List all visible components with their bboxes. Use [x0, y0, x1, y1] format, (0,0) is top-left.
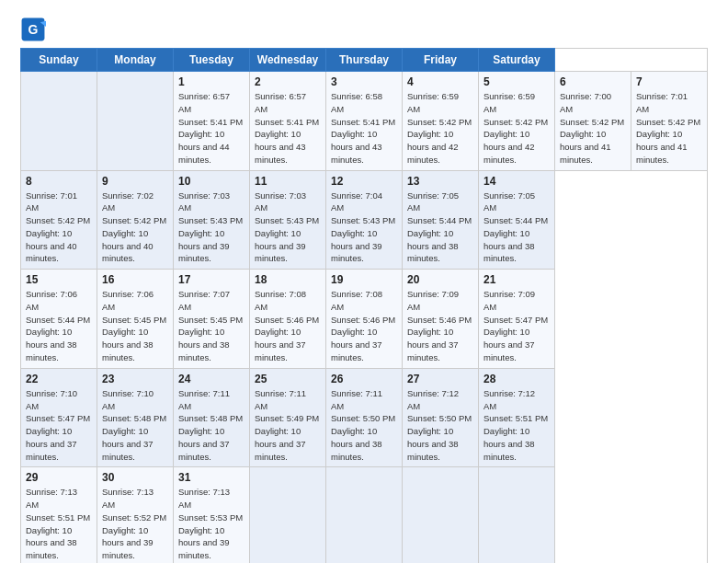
calendar-cell: 29 Sunrise: 7:13 AMSunset: 5:51 PMDaylig…: [21, 467, 97, 563]
day-number: 7: [636, 75, 702, 88]
day-number: 11: [255, 175, 321, 188]
day-number: 3: [331, 75, 397, 88]
calendar-header-thursday: Thursday: [326, 49, 403, 72]
day-number: 1: [178, 75, 245, 88]
day-info: Sunrise: 7:11 AMSunset: 5:48 PMDaylight:…: [178, 388, 243, 462]
calendar-cell: 8 Sunrise: 7:01 AMSunset: 5:42 PMDayligh…: [21, 170, 97, 270]
calendar-cell: 2 Sunrise: 6:57 AMSunset: 5:41 PMDayligh…: [250, 72, 326, 171]
day-number: 4: [407, 75, 473, 88]
calendar-cell: 25 Sunrise: 7:11 AMSunset: 5:49 PMDaylig…: [250, 368, 326, 467]
calendar-cell: 22 Sunrise: 7:10 AMSunset: 5:47 PMDaylig…: [21, 368, 97, 467]
calendar-week-3: 15 Sunrise: 7:06 AMSunset: 5:44 PMDaylig…: [21, 270, 708, 369]
day-number: 21: [483, 273, 550, 286]
logo-icon: G: [20, 17, 46, 42]
calendar-cell: [97, 72, 174, 171]
day-info: Sunrise: 7:03 AMSunset: 5:43 PMDaylight:…: [178, 190, 243, 264]
day-number: 9: [102, 175, 168, 188]
day-info: Sunrise: 7:00 AMSunset: 5:42 PMDaylight:…: [560, 91, 624, 165]
day-info: Sunrise: 7:08 AMSunset: 5:46 PMDaylight:…: [255, 289, 319, 362]
day-info: Sunrise: 6:57 AMSunset: 5:41 PMDaylight:…: [178, 91, 243, 165]
day-number: 26: [331, 373, 397, 385]
calendar-cell: 7 Sunrise: 7:01 AMSunset: 5:42 PMDayligh…: [631, 72, 708, 171]
day-info: Sunrise: 7:04 AMSunset: 5:43 PMDaylight:…: [331, 190, 395, 264]
day-number: 6: [560, 75, 626, 88]
day-number: 31: [178, 471, 245, 484]
day-info: Sunrise: 7:12 AMSunset: 5:51 PMDaylight:…: [483, 388, 548, 462]
calendar-cell: 27 Sunrise: 7:12 AMSunset: 5:50 PMDaylig…: [403, 368, 479, 467]
calendar-cell: 12 Sunrise: 7:04 AMSunset: 5:43 PMDaylig…: [326, 170, 403, 270]
day-info: Sunrise: 7:06 AMSunset: 5:44 PMDaylight:…: [26, 289, 90, 362]
day-info: Sunrise: 7:10 AMSunset: 5:47 PMDaylight:…: [26, 388, 90, 462]
day-number: 30: [102, 471, 168, 484]
calendar-cell: 10 Sunrise: 7:03 AMSunset: 5:43 PMDaylig…: [174, 170, 250, 270]
day-info: Sunrise: 6:57 AMSunset: 5:41 PMDaylight:…: [255, 91, 319, 165]
day-info: Sunrise: 6:59 AMSunset: 5:42 PMDaylight:…: [407, 91, 472, 165]
day-number: 2: [255, 75, 321, 88]
day-info: Sunrise: 6:59 AMSunset: 5:42 PMDaylight:…: [483, 91, 548, 165]
calendar-cell: 1 Sunrise: 6:57 AMSunset: 5:41 PMDayligh…: [174, 72, 250, 171]
day-number: 13: [407, 175, 473, 188]
calendar-cell: 14 Sunrise: 7:05 AMSunset: 5:44 PMDaylig…: [479, 170, 555, 270]
day-number: 25: [255, 373, 321, 385]
calendar-cell: 5 Sunrise: 6:59 AMSunset: 5:42 PMDayligh…: [479, 72, 555, 171]
day-info: Sunrise: 7:13 AMSunset: 5:52 PMDaylight:…: [102, 487, 166, 560]
day-number: 18: [255, 273, 321, 286]
calendar-cell: [250, 467, 326, 563]
day-number: 29: [26, 471, 92, 484]
calendar-week-5: 29 Sunrise: 7:13 AMSunset: 5:51 PMDaylig…: [21, 467, 708, 563]
day-info: Sunrise: 7:11 AMSunset: 5:49 PMDaylight:…: [255, 388, 319, 462]
calendar-cell: [403, 467, 479, 563]
calendar-cell: 19 Sunrise: 7:08 AMSunset: 5:46 PMDaylig…: [326, 270, 403, 369]
day-number: 14: [483, 175, 550, 188]
day-info: Sunrise: 7:13 AMSunset: 5:51 PMDaylight:…: [26, 487, 90, 560]
calendar-cell: 28 Sunrise: 7:12 AMSunset: 5:51 PMDaylig…: [479, 368, 555, 467]
calendar-cell: 16 Sunrise: 7:06 AMSunset: 5:45 PMDaylig…: [97, 270, 174, 369]
day-info: Sunrise: 7:07 AMSunset: 5:45 PMDaylight:…: [178, 289, 243, 362]
day-number: 16: [102, 273, 168, 286]
svg-text:G: G: [28, 22, 39, 37]
calendar-header-saturday: Saturday: [479, 49, 555, 72]
calendar-cell: [479, 467, 555, 563]
day-number: 22: [26, 373, 92, 385]
calendar-cell: 31 Sunrise: 7:13 AMSunset: 5:53 PMDaylig…: [174, 467, 250, 563]
day-info: Sunrise: 7:01 AMSunset: 5:42 PMDaylight:…: [26, 190, 90, 264]
calendar-cell: 23 Sunrise: 7:10 AMSunset: 5:48 PMDaylig…: [97, 368, 174, 467]
day-number: 15: [26, 273, 92, 286]
calendar-header-tuesday: Tuesday: [174, 49, 250, 72]
day-number: 12: [331, 175, 397, 188]
day-info: Sunrise: 7:12 AMSunset: 5:50 PMDaylight:…: [407, 388, 472, 462]
logo: G: [20, 17, 51, 42]
day-info: Sunrise: 7:10 AMSunset: 5:48 PMDaylight:…: [102, 388, 166, 462]
header: G: [20, 17, 708, 42]
calendar-week-4: 22 Sunrise: 7:10 AMSunset: 5:47 PMDaylig…: [21, 368, 708, 467]
calendar-cell: 6 Sunrise: 7:00 AMSunset: 5:42 PMDayligh…: [555, 72, 631, 171]
day-number: 5: [483, 75, 550, 88]
day-number: 28: [483, 373, 550, 385]
calendar-cell: 20 Sunrise: 7:09 AMSunset: 5:46 PMDaylig…: [403, 270, 479, 369]
day-info: Sunrise: 7:05 AMSunset: 5:44 PMDaylight:…: [483, 190, 548, 264]
calendar-cell: 17 Sunrise: 7:07 AMSunset: 5:45 PMDaylig…: [174, 270, 250, 369]
calendar-header-sunday: Sunday: [21, 49, 97, 72]
calendar-header-friday: Friday: [403, 49, 479, 72]
day-info: Sunrise: 7:03 AMSunset: 5:43 PMDaylight:…: [255, 190, 319, 264]
calendar-header-monday: Monday: [97, 49, 174, 72]
day-info: Sunrise: 7:01 AMSunset: 5:42 PMDaylight:…: [636, 91, 700, 165]
calendar-cell: 30 Sunrise: 7:13 AMSunset: 5:52 PMDaylig…: [97, 467, 174, 563]
calendar-cell: 3 Sunrise: 6:58 AMSunset: 5:41 PMDayligh…: [326, 72, 403, 171]
calendar-cell: 26 Sunrise: 7:11 AMSunset: 5:50 PMDaylig…: [326, 368, 403, 467]
calendar-week-1: 1 Sunrise: 6:57 AMSunset: 5:41 PMDayligh…: [21, 72, 708, 171]
day-number: 24: [178, 373, 245, 385]
page: G SundayMondayTuesdayWednesdayThursdayFr…: [0, 0, 728, 563]
calendar-cell: 18 Sunrise: 7:08 AMSunset: 5:46 PMDaylig…: [250, 270, 326, 369]
day-number: 17: [178, 273, 245, 286]
day-info: Sunrise: 7:05 AMSunset: 5:44 PMDaylight:…: [407, 190, 472, 264]
calendar-header-row: SundayMondayTuesdayWednesdayThursdayFrid…: [21, 49, 708, 72]
day-info: Sunrise: 7:08 AMSunset: 5:46 PMDaylight:…: [331, 289, 395, 362]
calendar-cell: 15 Sunrise: 7:06 AMSunset: 5:44 PMDaylig…: [21, 270, 97, 369]
day-number: 23: [102, 373, 168, 385]
calendar-cell: 4 Sunrise: 6:59 AMSunset: 5:42 PMDayligh…: [403, 72, 479, 171]
day-number: 19: [331, 273, 397, 286]
day-info: Sunrise: 6:58 AMSunset: 5:41 PMDaylight:…: [331, 91, 395, 165]
day-info: Sunrise: 7:13 AMSunset: 5:53 PMDaylight:…: [178, 487, 243, 560]
calendar-cell: 13 Sunrise: 7:05 AMSunset: 5:44 PMDaylig…: [403, 170, 479, 270]
